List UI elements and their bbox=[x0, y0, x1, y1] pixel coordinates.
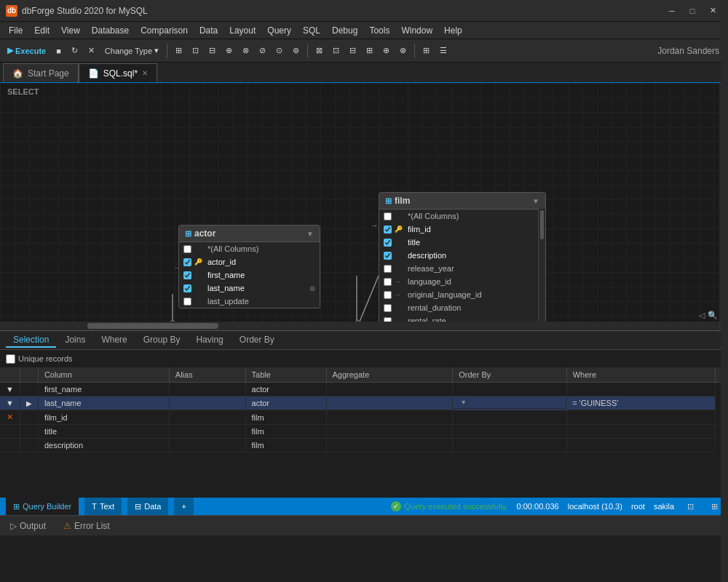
grid-cell-aggregate[interactable] bbox=[326, 383, 453, 396]
row-checkbox[interactable] bbox=[183, 284, 191, 292]
tab-start-page[interactable]: 🏠 Start Page bbox=[3, 63, 79, 82]
menu-item-view[interactable]: View bbox=[55, 22, 86, 39]
tab-selection[interactable]: Selection bbox=[6, 333, 56, 348]
row-checkbox[interactable] bbox=[183, 271, 191, 279]
tb-icon-7[interactable]: ⊙ bbox=[272, 41, 287, 60]
grid-cell-alias[interactable] bbox=[169, 425, 245, 439]
minimize-button[interactable]: ─ bbox=[662, 3, 681, 19]
grid-cell-alias[interactable] bbox=[169, 439, 245, 453]
list-icon-button[interactable]: ☰ bbox=[435, 41, 451, 60]
grid-cell-column[interactable]: title bbox=[38, 425, 169, 439]
grid-cell-column[interactable]: film_id bbox=[38, 410, 169, 425]
fullscreen-button[interactable]: ⊞ bbox=[707, 499, 722, 514]
filter-icon[interactable]: ▼ bbox=[306, 230, 314, 238]
col-column[interactable]: Column bbox=[38, 367, 169, 383]
menu-item-help[interactable]: Help bbox=[438, 22, 468, 39]
row-checkbox[interactable] bbox=[384, 212, 392, 220]
grid-cell-column[interactable]: description bbox=[38, 439, 169, 453]
tb-icon-11[interactable]: ⊟ bbox=[345, 41, 360, 60]
grid-cell-alias[interactable] bbox=[169, 410, 245, 425]
grid-cell-order-by[interactable] bbox=[453, 383, 566, 396]
row-checkbox[interactable] bbox=[183, 245, 191, 253]
tb-icon-5[interactable]: ⊗ bbox=[238, 41, 253, 60]
row-checkbox[interactable] bbox=[384, 239, 392, 247]
tab-sql[interactable]: 📄 SQL.sql* ✕ bbox=[79, 63, 157, 82]
grid-row[interactable]: ▼ ▶ last_name actor ▼ = 'GUINESS' bbox=[0, 396, 728, 410]
grid-row[interactable]: description film bbox=[0, 439, 728, 453]
menu-item-window[interactable]: Window bbox=[395, 22, 438, 39]
filter-icon[interactable]: ▼ bbox=[532, 197, 539, 205]
tb-icon-12[interactable]: ⊞ bbox=[362, 41, 377, 60]
table-row[interactable]: rental_duration bbox=[379, 301, 545, 314]
table-row[interactable]: *(All Columns) bbox=[179, 242, 320, 255]
tab-joins[interactable]: Joins bbox=[58, 333, 92, 348]
table-row[interactable]: *(All Columns) bbox=[379, 210, 545, 223]
tb-icon-8[interactable]: ⊛ bbox=[288, 41, 304, 60]
query-builder-tab[interactable]: ⊞ Query Builder bbox=[6, 498, 79, 515]
row-checkbox[interactable] bbox=[384, 278, 392, 286]
unique-records-label[interactable]: Unique records bbox=[6, 354, 73, 364]
grid-cell-where[interactable] bbox=[566, 410, 715, 425]
search-icon[interactable]: 🔍 bbox=[708, 311, 718, 320]
grid-cell-where[interactable] bbox=[566, 439, 715, 453]
grid-row[interactable]: ▼ first_name actor bbox=[0, 383, 728, 396]
row-checkbox[interactable] bbox=[183, 298, 191, 306]
menu-item-edit[interactable]: Edit bbox=[28, 22, 55, 39]
menu-item-debug[interactable]: Debug bbox=[326, 22, 363, 39]
grid-vscroll[interactable] bbox=[721, 350, 728, 498]
close-button[interactable]: ✕ bbox=[703, 3, 722, 19]
window-layout-button[interactable]: ⊡ bbox=[683, 499, 698, 514]
tab-having[interactable]: Having bbox=[189, 333, 230, 348]
grid-cell-column[interactable]: last_name bbox=[38, 396, 169, 410]
menu-item-data[interactable]: Data bbox=[194, 22, 223, 39]
table-row[interactable]: →original_language_id bbox=[379, 288, 545, 301]
menu-item-layout[interactable]: Layout bbox=[223, 22, 261, 39]
menu-item-comparison[interactable]: Comparison bbox=[135, 22, 194, 39]
grid-cell-aggregate[interactable] bbox=[326, 396, 453, 410]
canvas-hscroll[interactable] bbox=[0, 322, 719, 330]
grid-cell-order-by[interactable] bbox=[453, 439, 566, 453]
table-row[interactable]: last_update bbox=[179, 295, 320, 308]
data-tab[interactable]: ⊟ Data bbox=[127, 498, 168, 515]
col-where[interactable]: Where bbox=[566, 367, 715, 383]
change-type-button[interactable]: Change Type ▾ bbox=[100, 41, 163, 60]
tab-order-by[interactable]: Order By bbox=[232, 333, 282, 348]
grid-cell-table[interactable]: film bbox=[245, 410, 326, 425]
menu-item-tools[interactable]: Tools bbox=[363, 22, 395, 39]
unique-records-checkbox[interactable] bbox=[6, 354, 15, 364]
grid-cell-alias[interactable] bbox=[169, 396, 245, 410]
grid-cell-table[interactable]: film bbox=[245, 425, 326, 439]
col-table[interactable]: Table bbox=[245, 367, 326, 383]
tb-icon-4[interactable]: ⊕ bbox=[221, 41, 237, 60]
row-checkbox[interactable] bbox=[384, 252, 392, 260]
table-actor-header[interactable]: ⊞ actor ▼ bbox=[179, 226, 320, 242]
grid-cell-where[interactable] bbox=[566, 425, 715, 439]
row-checkbox[interactable] bbox=[384, 265, 392, 273]
grid-cell-where[interactable] bbox=[566, 383, 715, 396]
tab-where[interactable]: Where bbox=[94, 333, 134, 348]
grid-cell-order-by[interactable] bbox=[453, 425, 566, 439]
maximize-button[interactable]: □ bbox=[683, 3, 702, 19]
grid-row[interactable]: ✕ film_id film bbox=[0, 410, 728, 425]
grid-cell-aggregate[interactable] bbox=[326, 439, 453, 453]
zoom-out-icon[interactable]: ◁ bbox=[699, 311, 705, 320]
add-tab[interactable]: + bbox=[174, 498, 193, 515]
refresh-button[interactable]: ↻ bbox=[67, 41, 82, 60]
table-row[interactable]: release_year bbox=[379, 262, 545, 275]
menu-item-query[interactable]: Query bbox=[261, 22, 297, 39]
table-row[interactable]: first_name bbox=[179, 268, 320, 282]
tab-group-by[interactable]: Group By bbox=[136, 333, 188, 348]
grid-icon-button[interactable]: ⊞ bbox=[419, 41, 434, 60]
cancel-button[interactable]: ✕ bbox=[84, 41, 99, 60]
tb-icon-3[interactable]: ⊟ bbox=[205, 41, 220, 60]
row-checkbox[interactable] bbox=[384, 291, 392, 299]
table-row[interactable]: →language_id bbox=[379, 275, 545, 288]
col-alias[interactable]: Alias bbox=[169, 367, 245, 383]
col-order-by[interactable]: Order By bbox=[453, 367, 566, 383]
grid-cell-aggregate[interactable] bbox=[326, 425, 453, 439]
col-aggregate[interactable]: Aggregate bbox=[326, 367, 453, 383]
output-tab[interactable]: ▷ Output bbox=[6, 519, 50, 533]
table-row[interactable]: title bbox=[379, 236, 545, 249]
tb-icon-6[interactable]: ⊘ bbox=[255, 41, 270, 60]
tb-icon-14[interactable]: ⊗ bbox=[395, 41, 411, 60]
